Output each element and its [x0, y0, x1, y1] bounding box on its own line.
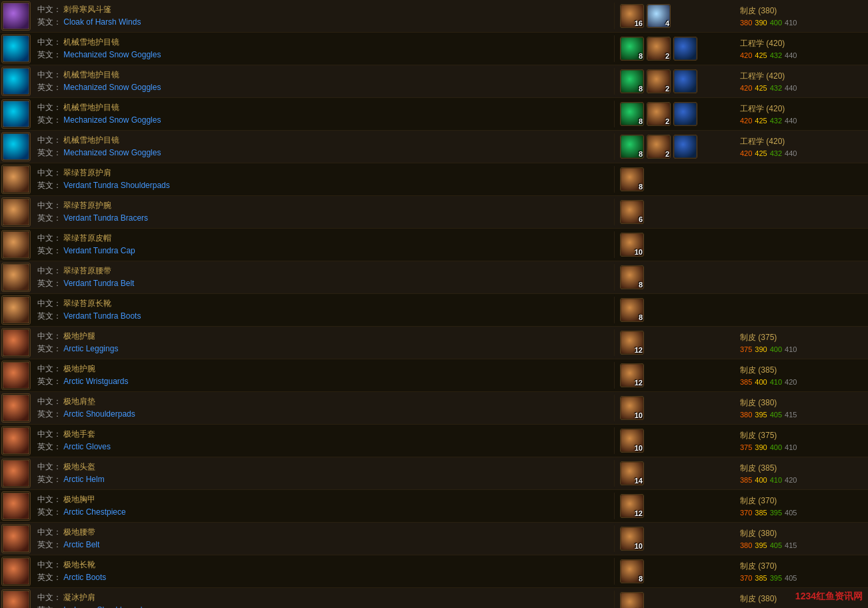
- material-count: 8: [639, 313, 643, 321]
- skill-level: 380: [740, 541, 752, 549]
- table-row[interactable]: 中文： 机械雪地护目镜 英文： Mechanized Snow Goggles …: [0, 98, 868, 131]
- material-count: 2: [665, 117, 669, 125]
- skill-info: 制皮 (385)385400410420: [735, 460, 868, 487]
- table-row[interactable]: 中文： 机械雪地护目镜 英文： Mechanized Snow Goggles …: [0, 65, 868, 98]
- skill-level: 400: [770, 345, 782, 353]
- table-row[interactable]: 中文： 凝冰护肩 英文： Iceborne Shoulderpads 10 制皮…: [0, 588, 868, 608]
- svg-rect-11: [3, 101, 29, 127]
- item-text: 中文： 机械雪地护目镜 英文： Mechanized Snow Goggles: [32, 67, 614, 96]
- skill-name: 制皮 (375): [740, 430, 863, 441]
- skill-level: 375: [740, 443, 752, 451]
- item-en-name: 英文： Verdant Tundra Bracers: [37, 213, 609, 224]
- item-en-name: 英文： Mechanized Snow Goggles: [37, 115, 609, 126]
- item-en-name: 英文： Mechanized Snow Goggles: [37, 147, 609, 159]
- skill-level: 420: [740, 51, 752, 59]
- material-count: 16: [635, 19, 643, 27]
- item-en-name: 英文： Arctic Shoulderpads: [37, 409, 609, 420]
- item-text: 中文： 极地腰带 英文： Arctic Belt: [32, 524, 614, 553]
- material-item: 2: [647, 135, 671, 159]
- material-count: 8: [639, 575, 643, 583]
- skill-name: 制皮 (380): [740, 397, 863, 409]
- table-row[interactable]: 中文： 极地胸甲 英文： Arctic Chestpiece 12 制皮 (37…: [0, 490, 868, 523]
- item-en-name: 英文： Cloak of Harsh Winds: [37, 17, 609, 28]
- skill-level: 415: [785, 411, 797, 419]
- material-count: 10: [635, 411, 643, 419]
- skill-level: 390: [755, 19, 767, 27]
- material-count: 12: [635, 379, 643, 387]
- skill-level: 425: [755, 51, 767, 59]
- skill-name: 制皮 (370): [740, 561, 863, 572]
- table-row[interactable]: 中文： 极地肩垫 英文： Arctic Shoulderpads 10 制皮 (…: [0, 392, 868, 425]
- item-text: 中文： 翠绿苔原护肩 英文： Verdant Tundra Shoulderpa…: [32, 165, 614, 194]
- skill-levels: 420425432440: [740, 117, 863, 125]
- item-en-name: 英文： Arctic Belt: [37, 539, 609, 551]
- material-item: 8: [620, 265, 644, 289]
- materials-section: 16 4: [615, 1, 735, 31]
- materials-section: 12: [615, 491, 735, 521]
- skill-info: [735, 242, 868, 247]
- table-row[interactable]: 中文： 翠绿苔原长靴 英文： Verdant Tundra Boots 8: [0, 294, 868, 327]
- skill-levels: 375390400410: [740, 345, 863, 353]
- materials-section: 8: [615, 165, 735, 194]
- skill-level: 395: [755, 541, 767, 549]
- table-row[interactable]: 中文： 极地腰带 英文： Arctic Belt 10 制皮 (380)3803…: [0, 523, 868, 555]
- svg-rect-18: [674, 135, 697, 158]
- material-icon: [673, 69, 697, 93]
- material-item: 8: [620, 69, 644, 93]
- table-row[interactable]: 中文： 极地头盔 英文： Arctic Helm 14 制皮 (385)3854…: [0, 457, 868, 490]
- skill-level: 405: [770, 541, 782, 549]
- item-icon: [1, 132, 31, 161]
- item-en-name: 英文： Verdant Tundra Belt: [37, 278, 609, 289]
- table-row[interactable]: 中文： 极地护腿 英文： Arctic Leggings 12 制皮 (375)…: [0, 327, 868, 359]
- skill-info: 制皮 (370)370385395405: [735, 493, 868, 519]
- table-row[interactable]: 中文： 翠绿苔原腰带 英文： Verdant Tundra Belt 8: [0, 261, 868, 294]
- skill-level: 420: [740, 84, 752, 92]
- skill-level: 432: [770, 149, 782, 157]
- materials-section: 10: [615, 393, 735, 423]
- svg-rect-37: [3, 460, 29, 487]
- table-row[interactable]: 中文： 极地护腕 英文： Arctic Wristguards 12 制皮 (3…: [0, 359, 868, 392]
- item-icon: [1, 1, 31, 31]
- svg-rect-43: [3, 558, 29, 585]
- table-row[interactable]: 中文： 刺骨寒风斗篷 英文： Cloak of Harsh Winds 16: [0, 0, 868, 33]
- skill-info: 制皮 (370)370385395405: [735, 558, 868, 585]
- material-item: 14: [620, 461, 644, 485]
- material-item: [673, 102, 697, 126]
- skill-level: 400: [770, 443, 782, 451]
- skill-info: 制皮 (375)375390400410: [735, 427, 868, 454]
- svg-rect-14: [674, 103, 697, 125]
- item-en-name: 英文： Arctic Helm: [37, 474, 609, 485]
- table-row[interactable]: 中文： 极地长靴 英文： Arctic Boots 8 制皮 (370)3703…: [0, 555, 868, 588]
- table-row[interactable]: 中文： 翠绿苔原护肩 英文： Verdant Tundra Shoulderpa…: [0, 163, 868, 196]
- item-en-name: 英文： Iceborne Shoulderpads: [37, 605, 609, 608]
- table-row[interactable]: 中文： 翠绿苔原护腕 英文： Verdant Tundra Bracers 6: [0, 196, 868, 229]
- material-item: 10: [620, 429, 644, 453]
- item-icon: [1, 557, 31, 586]
- item-text: 中文： 极地护腕 英文： Arctic Wristguards: [32, 361, 614, 390]
- item-cn-name: 中文： 极地肩垫: [37, 396, 609, 407]
- skill-level: 380: [740, 411, 752, 419]
- material-item: 8: [620, 37, 644, 61]
- table-row[interactable]: 中文： 翠绿苔原皮帽 英文： Verdant Tundra Cap 10: [0, 229, 868, 261]
- material-item: 16: [620, 4, 644, 28]
- table-row[interactable]: 中文： 极地手套 英文： Arctic Gloves 10 制皮 (375)37…: [0, 425, 868, 457]
- item-cn-name: 中文： 极地护腿: [37, 331, 609, 342]
- skill-level: 400: [770, 19, 782, 27]
- table-row[interactable]: 中文： 机械雪地护目镜 英文： Mechanized Snow Goggles …: [0, 33, 868, 65]
- item-icon: [1, 197, 31, 227]
- material-item: 6: [620, 200, 644, 224]
- skill-level: 425: [755, 84, 767, 92]
- item-list: 中文： 刺骨寒风斗篷 英文： Cloak of Harsh Winds 16: [0, 0, 868, 608]
- item-cn-name: 中文： 极地腰带: [37, 527, 609, 538]
- table-row[interactable]: 中文： 机械雪地护目镜 英文： Mechanized Snow Goggles …: [0, 131, 868, 163]
- item-text: 中文： 刺骨寒风斗篷 英文： Cloak of Harsh Winds: [32, 1, 614, 31]
- skill-level: 440: [785, 117, 797, 125]
- svg-rect-41: [3, 525, 29, 552]
- item-text: 中文： 极地长靴 英文： Arctic Boots: [32, 557, 614, 586]
- skill-level: 405: [785, 574, 797, 582]
- skill-level: 405: [785, 509, 797, 517]
- item-cn-name: 中文： 刺骨寒风斗篷: [37, 4, 609, 15]
- materials-section: 10: [615, 589, 735, 608]
- item-icon: [1, 34, 31, 63]
- svg-rect-0: [3, 3, 29, 29]
